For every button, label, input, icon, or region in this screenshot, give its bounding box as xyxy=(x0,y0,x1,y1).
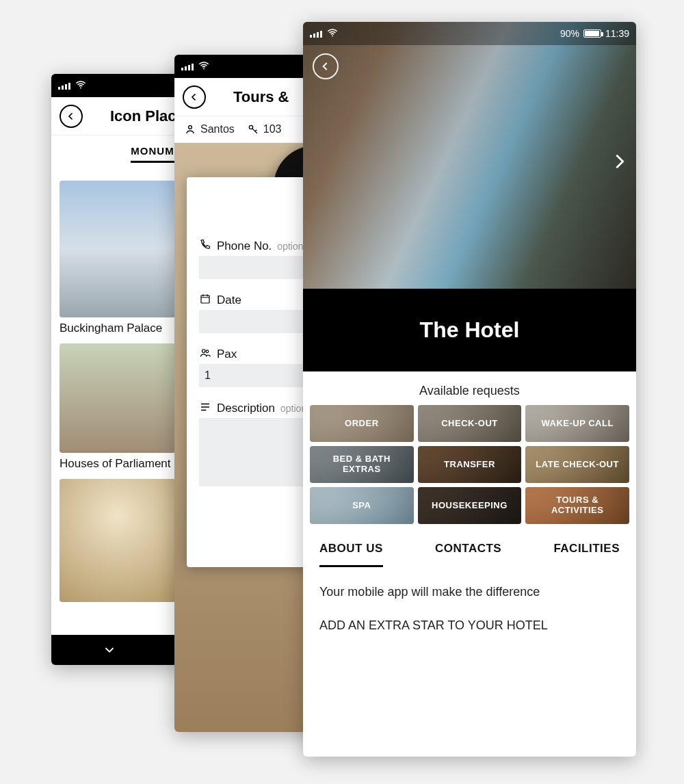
svg-point-3 xyxy=(249,125,252,129)
request-wake-up-call[interactable]: WAKE-UP CALL xyxy=(525,405,629,442)
phone-hotel-home: 90% 11:39 The Hotel Available requests O… xyxy=(303,22,636,757)
field-label-text: Pax xyxy=(217,348,237,361)
person-icon xyxy=(184,123,196,135)
svg-point-5 xyxy=(202,350,206,353)
place-thumbnail xyxy=(60,181,176,317)
room-number: 103 xyxy=(263,123,282,135)
request-bed-bath-extras[interactable]: BED & BATH EXTRAS xyxy=(310,446,414,483)
about-line: ADD AN EXTRA STAR TO YOUR HOTEL xyxy=(319,618,620,633)
request-order[interactable]: ORDER xyxy=(310,405,414,442)
svg-point-7 xyxy=(332,35,333,36)
signal-icon xyxy=(310,29,322,38)
guest-name: Santos xyxy=(200,123,235,135)
svg-point-2 xyxy=(189,126,192,129)
tab-about-us[interactable]: ABOUT US xyxy=(319,542,383,567)
svg-point-0 xyxy=(80,87,81,88)
svg-point-1 xyxy=(203,68,205,69)
back-button[interactable] xyxy=(183,86,206,109)
next-image-arrow-icon[interactable] xyxy=(610,152,629,174)
phone-icon xyxy=(199,239,211,251)
signal-icon xyxy=(181,62,194,70)
status-bar: 90% 11:39 xyxy=(303,22,636,45)
nav-recent-icon[interactable] xyxy=(102,642,117,657)
field-label-text: Description xyxy=(217,402,275,415)
info-tabs: ABOUT US CONTACTS FACILITIES xyxy=(303,524,636,567)
room-chip: 103 xyxy=(247,123,282,135)
wifi-icon xyxy=(326,27,339,41)
battery-icon xyxy=(583,29,601,38)
request-check-out[interactable]: CHECK-OUT xyxy=(418,405,522,442)
request-late-check-out[interactable]: LATE CHECK-OUT xyxy=(525,446,629,483)
back-button[interactable] xyxy=(60,105,83,128)
wifi-icon xyxy=(75,79,87,93)
wifi-icon xyxy=(198,60,210,74)
clock: 11:39 xyxy=(605,28,629,39)
about-content: Your mobile app will make the difference… xyxy=(303,567,636,651)
about-line: Your mobile app will make the difference xyxy=(319,585,620,599)
page-title: Tours & xyxy=(233,88,289,106)
people-icon xyxy=(199,347,211,359)
calendar-icon xyxy=(199,293,211,305)
request-transfer[interactable]: TRANSFER xyxy=(418,446,522,483)
guest-chip: Santos xyxy=(184,123,235,135)
battery-percentage: 90% xyxy=(560,28,579,39)
tab-facilities[interactable]: FACILITIES xyxy=(553,542,620,567)
svg-rect-4 xyxy=(201,296,209,303)
signal-icon xyxy=(58,81,70,90)
request-spa[interactable]: SPA xyxy=(310,487,414,524)
requests-heading: Available requests xyxy=(303,371,636,405)
place-thumbnail xyxy=(60,343,176,453)
field-label-text: Phone No. xyxy=(217,239,272,253)
hotel-title: The Hotel xyxy=(303,289,636,371)
requests-grid: ORDER CHECK-OUT WAKE-UP CALL BED & BATH … xyxy=(303,405,636,524)
hero-image xyxy=(303,22,636,289)
request-tours-activities[interactable]: TOURS & ACTIVITIES xyxy=(525,487,629,524)
key-icon xyxy=(247,123,259,135)
description-icon xyxy=(199,401,211,413)
svg-point-6 xyxy=(206,350,209,353)
tab-contacts[interactable]: CONTACTS xyxy=(435,542,501,567)
back-button[interactable] xyxy=(313,53,339,79)
field-label-text: Date xyxy=(217,293,241,307)
place-thumbnail xyxy=(60,479,176,602)
request-housekeeping[interactable]: HOUSEKEEPING xyxy=(418,487,522,524)
